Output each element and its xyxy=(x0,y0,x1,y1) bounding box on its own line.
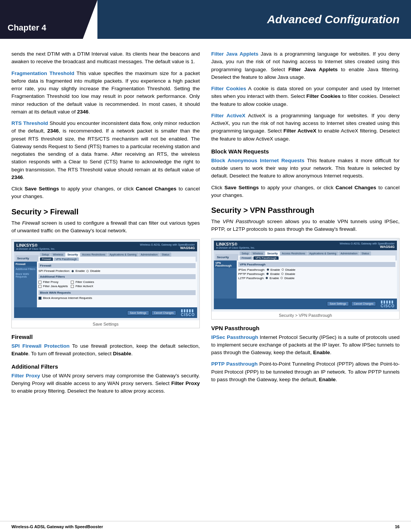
rts-label: RTS Threshold xyxy=(11,120,48,126)
save-cancel-para1: Click Save Settings to apply your change… xyxy=(11,185,200,201)
block-wan-heading: Block WAN Requests xyxy=(211,148,400,155)
fragmentation-body: This value specifies the maximum size fo… xyxy=(11,70,200,115)
page-footer: Wireless-G ADSL Gateway with SpeedBooste… xyxy=(0,521,411,532)
filter-activex-label: Filter ActiveX xyxy=(211,113,245,118)
security-firewall-heading: Security > Firewall xyxy=(11,208,200,216)
chapter-label: Chapter 4 xyxy=(0,0,97,39)
footer-page-number: 16 xyxy=(395,524,400,529)
main-content: sends the next DTIM with a DTIM Interval… xyxy=(0,39,411,406)
page-header: Chapter 4 Advanced Configuration xyxy=(0,0,411,39)
rts-para: RTS Threshold Should you encounter incon… xyxy=(11,120,200,181)
additional-filters-heading: Additional Filters xyxy=(11,363,200,370)
pptp-para: PPTP Passthrough Point-to-Point Tunnelin… xyxy=(211,360,400,383)
filter-java-label: Filter Java Applets xyxy=(211,51,258,57)
page-title-bar: Advanced Configuration xyxy=(97,0,411,39)
filter-proxy-label: Filter Proxy xyxy=(11,373,40,379)
vpn-passthrough-heading: VPN Passthrough xyxy=(211,325,400,331)
ipsec-para: IPSec Passthrough Internet Protocol Secu… xyxy=(211,334,400,357)
ipsec-label: IPSec Passthrough xyxy=(211,334,258,340)
filter-cookies-label: Filter Cookies xyxy=(211,86,246,91)
spi-label: SPI Firewall Protection xyxy=(11,343,70,349)
firewall-screenshot: LINKSYS® A Division of Cisco Systems, In… xyxy=(11,239,200,328)
firewall-intro: The Firewall screen is used to configure… xyxy=(11,219,200,235)
block-anon-label: Block Anonymous Internet Requests xyxy=(211,158,304,163)
left-column: sends the next DTIM with a DTIM Interval… xyxy=(11,50,200,399)
rts-body: Should you encounter inconsistent data f… xyxy=(11,120,200,180)
firewall-caption: Save Settings xyxy=(12,320,199,328)
filter-proxy-para: Filter Proxy Use of WAN proxy servers ma… xyxy=(11,372,200,395)
page-title: Advanced Configuration xyxy=(267,13,400,26)
spi-para: SPI Firewall Protection To use firewall … xyxy=(11,342,200,358)
save-cancel-para2: Click Save Settings to apply your change… xyxy=(211,184,400,200)
vpn-screenshot: LINKSYS® A Division of Cisco Systems, In… xyxy=(211,238,400,320)
filter-java-para: Filter Java Applets Java is a programmin… xyxy=(211,50,400,81)
vpn-intro: The VPN Passthrough screen allows you to… xyxy=(211,218,400,233)
filter-cookies-para: Filter Cookies A cookie is data stored o… xyxy=(211,85,400,108)
intro-para1: sends the next DTIM with a DTIM Interval… xyxy=(11,50,200,66)
filter-activex-para: Filter ActiveX ActiveX is a programming … xyxy=(211,112,400,143)
block-anon-para: Block Anonymous Internet Requests This f… xyxy=(211,157,400,180)
firewall-subheading: Firewall xyxy=(11,334,200,340)
right-column: Filter Java Applets Java is a programmin… xyxy=(211,50,400,399)
security-vpn-heading: Security > VPN Passthrough xyxy=(211,206,400,215)
footer-product-label: Wireless-G ADSL Gateway with SpeedBooste… xyxy=(11,524,103,529)
pptp-label: PPTP Passthrough xyxy=(211,361,258,367)
vpn-caption: Security > VPN Passthrough xyxy=(212,312,399,319)
fragmentation-label: Fragmentation Threshold xyxy=(11,70,74,76)
fragmentation-para: Fragmentation Threshold This value speci… xyxy=(11,70,200,116)
